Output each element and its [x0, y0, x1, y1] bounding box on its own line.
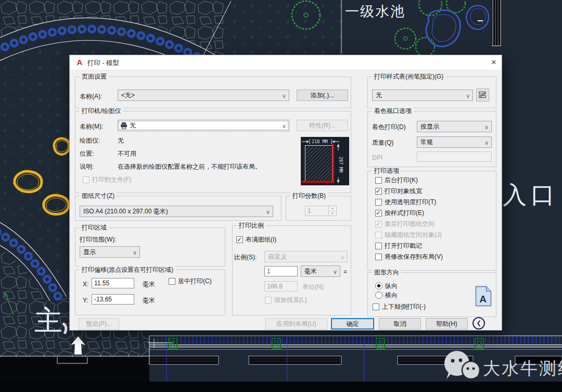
plot-option-plot-styles[interactable]: 按样式打印(E): [375, 209, 424, 217]
checkbox-icon[interactable]: [375, 188, 382, 195]
group-label: 打印份数(B): [290, 192, 328, 200]
quality-label: 质量(Q): [372, 139, 393, 146]
location-value: 不可用: [118, 150, 136, 157]
spinner-up-icon[interactable]: ▲: [329, 206, 336, 211]
close-icon[interactable]: ✕: [489, 58, 499, 67]
location-label: 位置:: [80, 150, 94, 157]
pool-label: 一级水池: [345, 4, 405, 19]
preview-width-dim: 210 MM: [312, 139, 328, 144]
offset-x-unit: 毫米: [143, 281, 155, 288]
scale-lineweights-checkbox[interactable]: 缩放线宽(L): [265, 296, 307, 304]
plot-range-label: 打印范围(W):: [80, 236, 117, 243]
plotter-label: 绘图仪:: [80, 137, 100, 144]
center-plot-checkbox[interactable]: 居中打印(C): [169, 277, 212, 285]
landscape-radio[interactable]: 横向: [375, 292, 398, 299]
spinner-down-icon[interactable]: ▼: [329, 211, 336, 216]
offset-x-input[interactable]: 11.55: [92, 278, 134, 288]
orientation-paper-icon: A: [475, 286, 492, 307]
checkbox-icon[interactable]: [83, 176, 90, 183]
ok-button[interactable]: 确定: [331, 318, 374, 330]
collapse-options-button[interactable]: ❮: [472, 317, 485, 330]
radio-icon[interactable]: [375, 292, 382, 299]
group-label: 打印样式表(画笔指定)(G): [372, 73, 445, 81]
paper-preview: 210 MM 297 MM: [301, 137, 349, 185]
help-button[interactable]: 帮助(H): [426, 318, 468, 330]
scale-equals: =: [343, 268, 347, 275]
plot-style-editor-button[interactable]: [476, 88, 489, 102]
plot-option-plot-stamp[interactable]: 打开打印戳记: [375, 242, 422, 249]
shade-plot-label: 着色打印(D): [372, 123, 406, 131]
plot-style-combo[interactable]: 无: [372, 90, 473, 101]
scale-label: 比例(S):: [234, 254, 257, 261]
dpi-label: DPI: [372, 154, 382, 161]
checkbox-icon[interactable]: [375, 254, 382, 260]
scale-unit-combo[interactable]: 毫米: [301, 265, 340, 277]
dpi-input[interactable]: [417, 151, 492, 162]
plot-option-paperspace-last[interactable]: 最后打印图纸空间: [375, 220, 435, 227]
plot-style-editor-icon: [479, 91, 487, 99]
description-label: 说明:: [80, 163, 94, 170]
checkbox-icon[interactable]: [375, 210, 382, 217]
page-setup-name-combo[interactable]: <无>: [118, 90, 289, 101]
plotter-value: 无: [118, 137, 124, 144]
paper-size-combo[interactable]: ISO A4 (210.00 x 297.00 毫米): [80, 206, 273, 217]
plot-option-background-plot[interactable]: 后台打印(K): [375, 176, 418, 184]
plot-offset-group: 打印偏移(原点设置在可打印区域): [75, 270, 225, 315]
checkbox-icon[interactable]: [373, 304, 379, 310]
printer-name-combo[interactable]: 无: [118, 120, 289, 131]
svg-text:A: A: [479, 294, 487, 305]
radio-icon[interactable]: [375, 282, 382, 289]
screen: 一级水池 入口 主 大水牛测绘 A 打印 - 模型 ✕ 页面设置 名: [0, 0, 562, 392]
offset-y-unit: 毫米: [143, 297, 155, 304]
plot-area-combo[interactable]: 显示: [80, 246, 140, 258]
fit-paper-checkbox[interactable]: 布满图纸(I): [236, 236, 276, 243]
printer-icon: [120, 122, 127, 129]
checkbox-icon[interactable]: [375, 243, 382, 249]
title-bar[interactable]: A 打印 - 模型 ✕: [70, 55, 502, 70]
add-button[interactable]: 添加(.)...: [297, 90, 348, 101]
upside-down-checkbox[interactable]: 上下颠倒打印(-): [373, 303, 426, 310]
copies-spinner[interactable]: ▲ ▼: [328, 206, 337, 216]
plot-option-hide-paperspace[interactable]: 隐藏图纸空间对象(J): [375, 231, 442, 238]
apply-button[interactable]: 应用到布局(U): [265, 318, 327, 330]
group-label: 页面设置: [80, 73, 109, 81]
checkbox-icon[interactable]: [236, 236, 243, 243]
group-label: 图纸尺寸(Z): [80, 192, 117, 200]
checkbox-icon[interactable]: [375, 221, 382, 227]
plot-option-save-changes[interactable]: 将修改保存到布局(V): [375, 253, 443, 260]
plot-option-transparency[interactable]: 使用透明度打印(T): [375, 198, 436, 206]
main-label: 主: [34, 305, 62, 336]
checkbox-icon[interactable]: [169, 278, 175, 285]
autocad-logo-icon: A: [75, 58, 84, 67]
quality-combo[interactable]: 常规: [417, 136, 492, 148]
offset-y-label: Y:: [83, 297, 88, 304]
offset-x-label: X:: [83, 281, 88, 288]
shade-plot-combo[interactable]: 按显示: [417, 121, 492, 132]
scale-drawing-input[interactable]: 166.8: [264, 281, 298, 292]
watermark-text: 大水牛测绘: [483, 359, 562, 378]
plot-to-file-checkbox[interactable]: 打印到文件(F): [83, 176, 131, 183]
preview-button[interactable]: 预览(P)...: [79, 318, 119, 330]
group-label: 打印偏移(原点设置在可打印区域): [80, 266, 175, 274]
scale-combo[interactable]: 自定义: [264, 251, 348, 262]
preview-height-dim: 297 MM: [338, 157, 343, 173]
offset-y-input[interactable]: -13.65: [92, 294, 134, 305]
copies-input[interactable]: 1: [305, 206, 329, 216]
scale-paper-input[interactable]: 1: [264, 266, 298, 276]
plot-option-lineweights[interactable]: 打印对象线宽: [375, 187, 422, 195]
checkbox-icon[interactable]: [375, 177, 382, 184]
cancel-button[interactable]: 取消: [379, 318, 421, 330]
checkbox-icon[interactable]: [375, 199, 382, 206]
page-setup-name-label: 名称(A):: [80, 93, 102, 100]
checkbox-icon[interactable]: [265, 297, 272, 304]
group-label: 图形方向: [372, 269, 401, 276]
checkbox-icon[interactable]: [375, 232, 382, 238]
group-label: 打印区域: [80, 224, 109, 232]
printer-name-label: 名称(M):: [80, 123, 103, 130]
portrait-radio[interactable]: 纵向: [375, 282, 398, 289]
dialog-title: 打印 - 模型: [87, 59, 119, 68]
scale-units-label: 单位(N): [302, 283, 324, 290]
entrance-label: 入口: [503, 181, 559, 208]
group-label: 打印机/绘图仪: [80, 107, 123, 115]
properties-button[interactable]: 特性(R)...: [297, 120, 348, 131]
